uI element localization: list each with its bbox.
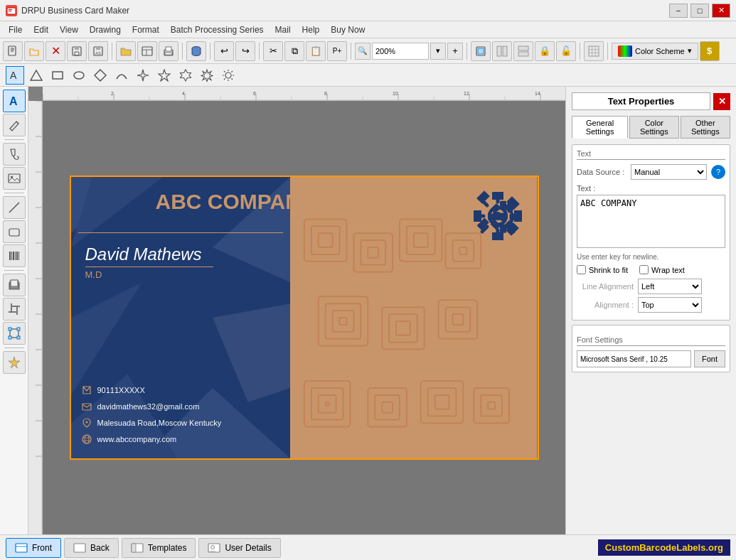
redo-button[interactable]: ↪ — [235, 41, 255, 61]
alignment-select[interactable]: Top Middle Bottom — [638, 297, 702, 313]
rectangle-tool[interactable] — [48, 66, 67, 85]
canvas-area[interactable]: 2468101214 1 — [28, 87, 565, 534]
menu-batch[interactable]: Batch Processing Series — [165, 23, 270, 36]
svg-rect-156 — [332, 311, 353, 332]
data-source-label: Data Source : — [577, 168, 626, 176]
tab-user-details[interactable]: User Details — [198, 538, 280, 558]
ellipse-tool[interactable] — [70, 66, 88, 85]
svg-line-47 — [232, 71, 233, 72]
paste-special-button[interactable]: P+ — [327, 41, 347, 61]
lock-btn-1[interactable]: 🔒 — [535, 41, 555, 61]
zoom-in-button[interactable]: + — [447, 43, 463, 60]
text-tool-button[interactable]: A — [3, 90, 26, 112]
save-button[interactable] — [67, 41, 87, 61]
zoom-dropdown-button[interactable]: ▾ — [430, 43, 446, 60]
star8-tool[interactable] — [198, 66, 216, 85]
svg-point-34 — [74, 72, 84, 79]
font-button[interactable]: Font — [694, 350, 725, 367]
svg-rect-146 — [361, 240, 385, 265]
sunburst-tool[interactable] — [219, 66, 238, 85]
undo-button[interactable]: ↩ — [214, 41, 234, 61]
diamond-tool[interactable] — [91, 66, 110, 85]
tab-front[interactable]: Front — [6, 538, 61, 558]
svg-rect-162 — [445, 307, 470, 332]
maximize-button[interactable]: □ — [690, 4, 709, 18]
copy-button[interactable]: ⧉ — [284, 41, 304, 61]
star6-tool[interactable] — [176, 66, 195, 85]
svg-rect-8 — [75, 47, 79, 50]
zoom-out-button[interactable]: 🔍 — [355, 43, 370, 60]
star-tool-button[interactable] — [3, 351, 26, 374]
crop-tool-button[interactable] — [3, 298, 26, 321]
paint-tool-button[interactable] — [3, 143, 26, 166]
svg-point-40 — [225, 72, 231, 78]
arc-tool[interactable] — [112, 66, 131, 85]
image-tool-button[interactable] — [3, 167, 26, 190]
menu-buynow[interactable]: Buy Now — [325, 23, 370, 36]
tab-user-details-label: User Details — [225, 543, 271, 553]
menu-edit[interactable]: Edit — [28, 23, 54, 36]
shrink-to-fit-checkbox[interactable] — [577, 265, 586, 274]
select-tool[interactable]: A — [6, 66, 24, 85]
grid-btn[interactable] — [584, 41, 604, 61]
props-close-button[interactable]: ✕ — [713, 93, 730, 110]
tab-other-settings[interactable]: Other Settings — [681, 116, 730, 139]
menu-file[interactable]: File — [3, 23, 28, 36]
star5-tool[interactable] — [155, 66, 174, 85]
data-source-info-button[interactable]: ? — [711, 165, 725, 179]
text-input[interactable]: ABC COMPANY — [577, 195, 725, 248]
hint-text: Use enter key for newline. — [577, 253, 725, 261]
tab-general-settings[interactable]: General Settings — [572, 116, 628, 139]
new-button[interactable] — [3, 41, 23, 61]
minimize-button[interactable]: − — [669, 4, 688, 18]
data-source-select[interactable]: Manual Database CSV — [631, 164, 707, 180]
transform-tool-button[interactable] — [3, 322, 26, 345]
template-button[interactable] — [137, 41, 157, 61]
view-btn-2[interactable] — [513, 41, 533, 61]
tab-back[interactable]: Back — [64, 538, 119, 558]
svg-text:12: 12 — [464, 91, 469, 96]
svg-point-124 — [85, 421, 87, 424]
db-button[interactable] — [186, 41, 206, 61]
dollar-button[interactable]: $ — [700, 41, 720, 61]
font-settings-section: Font Settings Microsoft Sans Serif , 10.… — [572, 325, 730, 372]
delete-button[interactable]: ✕ — [46, 41, 65, 61]
tab-color-settings[interactable]: Color Settings — [629, 116, 679, 139]
barcode-tool-button[interactable] — [3, 244, 26, 267]
card-contacts: 90111XXXXX davidmathews32@gmail.com Male… — [82, 385, 222, 444]
lock-btn-2[interactable]: 🔓 — [556, 41, 576, 61]
canvas-content[interactable]: ABC COMPANY David Mathews M.D 90111XXXXX — [43, 101, 565, 534]
wrap-text-checkbox[interactable] — [639, 265, 649, 274]
shape-tool-button[interactable] — [3, 220, 26, 243]
open-button[interactable] — [24, 41, 44, 61]
cut-button[interactable]: ✂ — [263, 41, 283, 61]
print-button[interactable] — [159, 41, 178, 61]
line-tool-button[interactable] — [3, 196, 26, 219]
zoom-input[interactable]: 200% — [372, 43, 429, 60]
view-btn-1[interactable] — [492, 41, 512, 61]
svg-rect-150 — [414, 233, 428, 247]
save-as-button[interactable]: AS — [88, 41, 108, 61]
svg-rect-160 — [396, 321, 410, 335]
open-folder-button[interactable] — [116, 41, 136, 61]
business-card[interactable]: ABC COMPANY David Mathews M.D 90111XXXXX — [70, 176, 539, 460]
zoom-to-fit-button[interactable] — [471, 41, 491, 61]
triangle-tool[interactable] — [27, 66, 46, 85]
pencil-tool-button[interactable] — [3, 114, 26, 136]
svg-rect-168 — [368, 388, 407, 426]
menu-help[interactable]: Help — [297, 23, 326, 36]
menu-drawing[interactable]: Drawing — [84, 23, 127, 36]
paste-button[interactable]: 📋 — [306, 41, 326, 61]
line-alignment-select[interactable]: Left Center Right — [638, 279, 702, 294]
menu-format[interactable]: Format — [127, 23, 165, 36]
menu-view[interactable]: View — [54, 23, 84, 36]
layers-tool-button[interactable] — [3, 274, 26, 296]
font-row: Microsoft Sans Serif , 10.25 Font — [577, 350, 725, 367]
close-window-button[interactable]: ✕ — [712, 4, 730, 18]
tab-templates[interactable]: Templates — [122, 538, 196, 558]
checkbox-row: Shrink to fit Wrap text — [577, 265, 725, 274]
menu-mail[interactable]: Mail — [270, 23, 297, 36]
svg-rect-13 — [142, 47, 152, 55]
star4-tool[interactable] — [134, 66, 152, 85]
color-scheme-button[interactable]: Color Scheme ▾ — [612, 43, 698, 60]
